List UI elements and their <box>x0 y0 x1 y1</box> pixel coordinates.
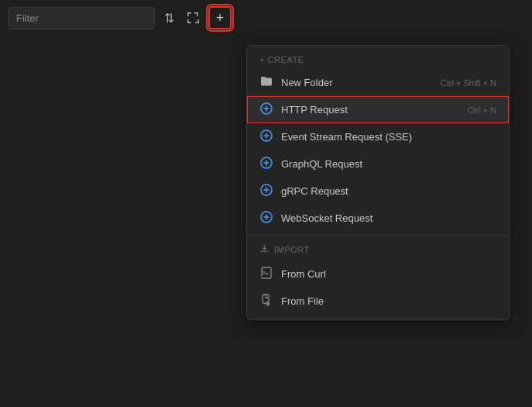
from-curl-label: From Curl <box>281 268 326 280</box>
file-import-icon <box>259 294 273 309</box>
terminal-icon <box>259 267 273 281</box>
plus-circle-icon-2 <box>259 129 273 144</box>
event-stream-label: Event Stream Request (SSE) <box>281 131 412 143</box>
menu-item-new-folder[interactable]: New Folder Ctrl + Shift + N <box>247 69 509 96</box>
plus-circle-icon-3 <box>259 157 273 171</box>
menu-item-websocket[interactable]: WebSocket Request <box>247 205 509 232</box>
menu-item-left: From File <box>259 294 324 309</box>
sort-button[interactable]: ⇅ <box>161 8 177 29</box>
menu-item-grpc[interactable]: gRPC Request <box>247 178 509 205</box>
menu-item-left: GraphQL Request <box>259 157 362 171</box>
menu-item-event-stream[interactable]: Event Stream Request (SSE) <box>247 123 509 150</box>
plus-circle-icon <box>259 102 273 117</box>
filter-input[interactable] <box>8 7 155 29</box>
menu-item-http-request[interactable]: HTTP Request Ctrl + N <box>247 96 509 123</box>
divider <box>247 235 509 236</box>
sort-icon: ⇅ <box>164 11 174 26</box>
import-section-label: IMPORT <box>247 239 509 260</box>
menu-item-graphql[interactable]: GraphQL Request <box>247 150 509 178</box>
menu-item-left: New Folder <box>259 75 332 90</box>
menu-item-left: From Curl <box>259 267 326 281</box>
new-folder-label: New Folder <box>281 77 332 88</box>
import-icon <box>259 243 269 256</box>
websocket-label: WebSocket Request <box>281 212 372 224</box>
plus-circle-icon-5 <box>259 211 273 226</box>
expand-button[interactable] <box>184 9 202 27</box>
create-button[interactable]: + <box>208 6 232 29</box>
http-request-shortcut: Ctrl + N <box>467 105 496 115</box>
grpc-label: gRPC Request <box>281 185 348 197</box>
menu-item-left: gRPC Request <box>259 184 348 198</box>
graphql-label: GraphQL Request <box>281 158 362 170</box>
dropdown-menu: + CREATE New Folder Ctrl + Shift + N HTT… <box>246 45 510 320</box>
http-request-label: HTTP Request <box>281 104 348 116</box>
plus-icon: + <box>216 10 225 26</box>
menu-item-from-file[interactable]: From File <box>247 288 509 315</box>
menu-item-from-curl[interactable]: From Curl <box>247 260 509 288</box>
top-bar: ⇅ + <box>0 0 532 36</box>
menu-item-left: WebSocket Request <box>259 211 372 226</box>
create-section-label: + CREATE <box>247 50 509 69</box>
from-file-label: From File <box>281 295 324 307</box>
expand-icon <box>187 12 199 24</box>
menu-item-left: Event Stream Request (SSE) <box>259 129 412 144</box>
folder-icon <box>259 75 273 90</box>
menu-item-left: HTTP Request <box>259 102 348 117</box>
new-folder-shortcut: Ctrl + Shift + N <box>441 78 496 88</box>
plus-circle-icon-4 <box>259 184 273 198</box>
